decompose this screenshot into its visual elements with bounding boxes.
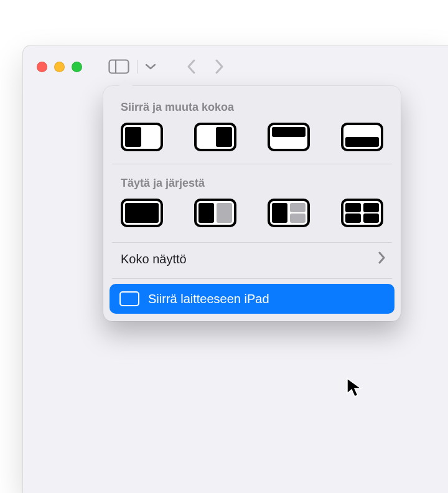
tile-top-half-button[interactable] bbox=[268, 123, 310, 151]
move-resize-section-label: Siirrä ja muuta kokoa bbox=[103, 97, 401, 123]
fullscreen-label: Koko näyttö bbox=[121, 252, 187, 266]
fullscreen-menu-item[interactable]: Koko näyttö bbox=[103, 243, 401, 276]
nav-back-button[interactable] bbox=[186, 59, 196, 75]
nav-forward-button[interactable] bbox=[215, 59, 225, 75]
chevron-right-icon bbox=[378, 251, 386, 267]
move-to-ipad-menu-item[interactable]: Siirrä laitteeseen iPad bbox=[110, 284, 394, 314]
titlebar bbox=[23, 45, 448, 88]
fill-arrange-options bbox=[103, 199, 401, 240]
nav-arrows bbox=[186, 59, 225, 75]
toolbar-dropdown-button[interactable] bbox=[141, 60, 160, 73]
minimize-window-button[interactable] bbox=[54, 62, 65, 72]
toolbar bbox=[105, 57, 160, 77]
toolbar-separator bbox=[137, 60, 138, 73]
fill-arrange-section-label: Täytä ja järjestä bbox=[103, 173, 401, 199]
tile-left-half-button[interactable] bbox=[121, 123, 163, 151]
menu-divider bbox=[112, 278, 392, 279]
move-to-ipad-label: Siirrä laitteeseen iPad bbox=[148, 292, 269, 306]
move-resize-options bbox=[103, 123, 401, 164]
arrange-halves-button[interactable] bbox=[194, 199, 236, 227]
sidebar-toggle-button[interactable] bbox=[105, 57, 133, 77]
arrange-quadrants-button[interactable] bbox=[341, 199, 383, 227]
zoom-window-button[interactable] bbox=[72, 62, 82, 72]
arrange-left-right-stack-button[interactable] bbox=[268, 199, 310, 227]
arrange-full-button[interactable] bbox=[121, 199, 163, 227]
svg-rect-0 bbox=[110, 60, 129, 73]
close-window-button[interactable] bbox=[37, 62, 47, 72]
tile-right-half-button[interactable] bbox=[194, 123, 236, 151]
app-window: Siirrä ja muuta kokoa Täytä ja järjestä … bbox=[22, 45, 448, 493]
ipad-icon bbox=[119, 291, 139, 306]
menu-divider bbox=[112, 164, 392, 164]
traffic-lights bbox=[37, 62, 82, 72]
window-tiling-menu: Siirrä ja muuta kokoa Täytä ja järjestä … bbox=[103, 86, 401, 321]
tile-bottom-half-button[interactable] bbox=[341, 123, 383, 151]
